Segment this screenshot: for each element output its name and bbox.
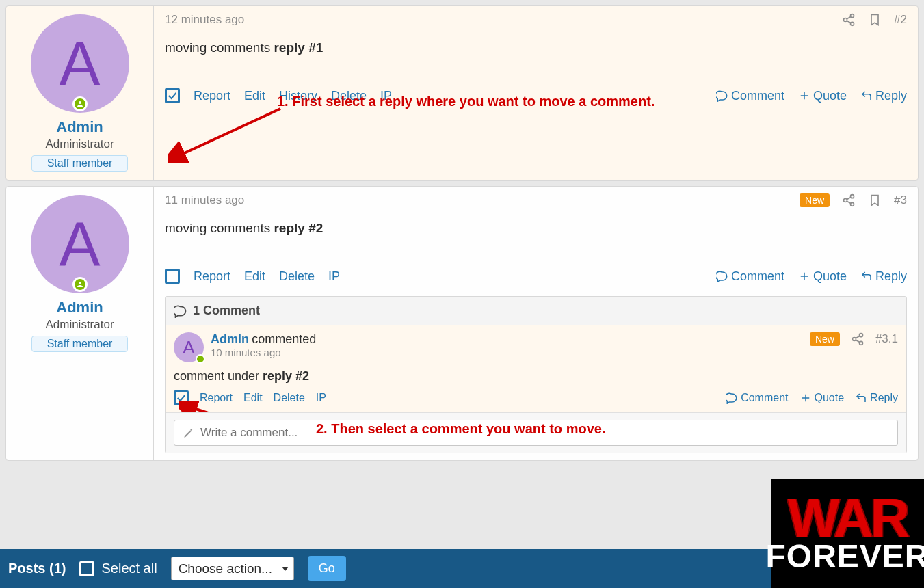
delete-link[interactable]: Delete <box>279 269 315 284</box>
edit-link[interactable]: Edit <box>244 89 265 103</box>
comment-button[interactable]: Comment <box>716 89 784 103</box>
post-body: moving comments reply #2 <box>165 213 907 263</box>
post-time[interactable]: 12 minutes ago <box>165 13 244 27</box>
comment-item: A Admin commented 10 minutes ago New #3.… <box>166 325 906 412</box>
comment-avatar[interactable]: A <box>174 332 204 362</box>
user-title: Administrator <box>14 318 145 332</box>
svg-line-21 <box>856 340 860 342</box>
share-icon[interactable] <box>851 332 864 346</box>
comment-author-link[interactable]: Admin <box>211 332 249 346</box>
username-link[interactable]: Admin <box>14 118 145 136</box>
edit-link[interactable]: Edit <box>244 269 265 284</box>
quote-button[interactable]: Quote <box>798 89 847 103</box>
svg-point-10 <box>851 195 854 198</box>
online-badge-icon <box>72 96 88 111</box>
logo-line1: WAR <box>788 495 908 514</box>
bookmark-icon[interactable] <box>868 13 882 27</box>
comment-button[interactable]: Comment <box>726 392 788 404</box>
edit-link[interactable]: Edit <box>243 392 263 404</box>
avatar-wrap[interactable]: A <box>31 195 129 293</box>
online-badge-icon <box>72 277 88 292</box>
username-link[interactable]: Admin <box>14 299 145 317</box>
ip-link[interactable]: IP <box>328 269 340 284</box>
post-select-checkbox[interactable] <box>165 269 180 284</box>
svg-line-6 <box>180 109 280 155</box>
comments-header: 1 Comment <box>166 297 906 325</box>
svg-point-18 <box>852 338 856 341</box>
share-icon[interactable] <box>842 13 856 27</box>
svg-point-9 <box>79 282 81 284</box>
bookmark-icon[interactable] <box>868 193 882 207</box>
comment-button[interactable]: Comment <box>716 269 784 284</box>
svg-line-4 <box>847 16 851 18</box>
post-number[interactable]: #3 <box>894 193 907 207</box>
report-link[interactable]: Report <box>194 269 230 284</box>
svg-point-19 <box>859 341 862 345</box>
post-main: 12 minutes ago #2 moving comments reply … <box>154 6 918 180</box>
staff-badge: Staff member <box>31 155 129 172</box>
svg-line-20 <box>856 336 860 338</box>
user-title: Administrator <box>14 137 145 151</box>
ip-link[interactable]: IP <box>316 392 326 404</box>
post-select-checkbox[interactable] <box>165 88 180 103</box>
post-2: A Admin Administrator Staff member 12 mi… <box>5 5 919 181</box>
quote-button[interactable]: Quote <box>798 269 847 284</box>
reply-button[interactable]: Reply <box>855 392 898 404</box>
annotation-1: 1. First select a reply where you want t… <box>277 94 655 109</box>
comment-input-wrap: 2. Then select a comment you want to mov… <box>166 412 906 453</box>
svg-point-11 <box>844 199 847 202</box>
svg-point-1 <box>851 14 854 18</box>
post-body: moving comments reply #1 <box>165 32 907 83</box>
svg-line-5 <box>847 21 851 23</box>
post-time[interactable]: 11 minutes ago <box>165 193 244 207</box>
svg-point-2 <box>844 18 847 22</box>
comment-icon <box>174 304 187 318</box>
pencil-icon <box>183 427 195 439</box>
annotation-2: 2. Then select a comment you want to mov… <box>316 421 605 437</box>
post-3: A Admin Administrator Staff member 11 mi… <box>5 186 919 461</box>
comments-section: 1 Comment A Admin commented 10 minutes a… <box>165 296 907 453</box>
svg-point-3 <box>851 22 854 25</box>
reply-button[interactable]: Reply <box>860 269 907 284</box>
staff-badge: Staff member <box>31 336 129 352</box>
post-main: 11 minutes ago New #3 moving comments re… <box>154 187 918 460</box>
reply-button[interactable]: Reply <box>860 89 907 103</box>
comment-body: comment under reply #2 <box>174 362 898 390</box>
svg-line-14 <box>847 201 851 203</box>
report-link[interactable]: Report <box>200 392 233 404</box>
new-badge: New <box>810 332 840 346</box>
post-user-cell: A Admin Administrator Staff member <box>6 187 154 460</box>
svg-point-17 <box>859 334 862 337</box>
logo-ad[interactable]: WAR FOREVER <box>771 479 924 514</box>
report-link[interactable]: Report <box>194 89 230 103</box>
comment-time[interactable]: 10 minutes ago <box>211 347 803 358</box>
svg-line-13 <box>847 197 851 199</box>
svg-point-0 <box>79 101 81 104</box>
svg-point-12 <box>851 202 854 206</box>
post-user-cell: A Admin Administrator Staff member <box>6 6 154 180</box>
post-number[interactable]: #2 <box>894 13 907 27</box>
new-badge: New <box>800 193 830 207</box>
comment-select-checkbox[interactable] <box>174 390 189 405</box>
post-actionbar: Report Edit Delete IP Comment Quote Repl… <box>165 263 907 289</box>
delete-link[interactable]: Delete <box>274 392 305 404</box>
online-dot-icon <box>196 354 205 364</box>
share-icon[interactable] <box>842 193 856 207</box>
comment-number[interactable]: #3.1 <box>875 332 898 346</box>
avatar-wrap[interactable]: A <box>31 14 129 113</box>
quote-button[interactable]: Quote <box>800 392 845 404</box>
annotation-arrow-1 <box>168 102 291 163</box>
comment-actionbar: Report Edit Delete IP Comment Quote Repl… <box>174 390 898 405</box>
